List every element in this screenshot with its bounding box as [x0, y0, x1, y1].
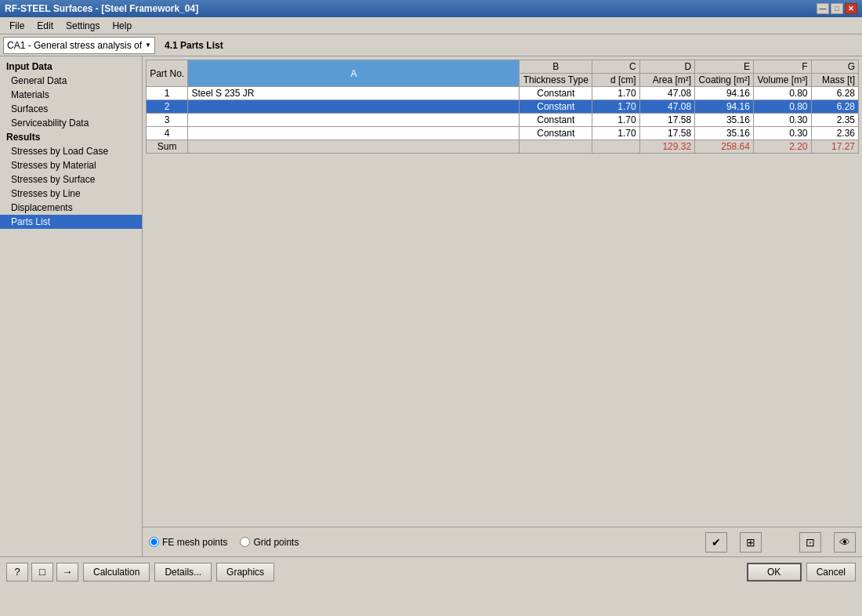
cell-material — [188, 114, 520, 127]
window-controls: — □ ✕ — [817, 3, 857, 14]
graphics-button[interactable]: Graphics — [216, 563, 274, 582]
cell-coating: 35.16 — [695, 114, 754, 127]
cell-d-cm: 1.70 — [592, 114, 639, 127]
maximize-button[interactable]: □ — [831, 3, 843, 14]
grid-points-radio[interactable] — [240, 537, 250, 547]
cell-area: 17.58 — [639, 114, 694, 127]
cell-mass: 6.28 — [811, 87, 858, 100]
sidebar-item-parts-list[interactable]: Parts List — [0, 215, 142, 229]
table-header-row-1: Part No. A B C D — [147, 60, 859, 74]
volume-header: Volume [m³] — [753, 74, 811, 87]
table-row[interactable]: 1 Steel S 235 JR Constant 1.70 47.08 94.… — [147, 87, 859, 100]
col-d-header: D — [639, 60, 694, 74]
sidebar-item-materials[interactable]: Materials — [0, 88, 142, 102]
eye-icon-button[interactable]: 👁 — [834, 532, 856, 553]
col-a-header: A — [188, 60, 520, 87]
cell-mass: 2.36 — [811, 127, 858, 140]
minimize-button[interactable]: — — [817, 3, 829, 14]
sum-label: Sum — [147, 140, 188, 154]
cell-material — [188, 100, 520, 114]
footer: ? □ → Calculation Details... Graphics OK… — [0, 556, 862, 586]
part-no-header: Part No. — [147, 60, 188, 87]
footer-left: ? □ → — [6, 563, 78, 582]
cell-mass: 6.28 — [811, 100, 858, 114]
table-container: Part No. A B C D — [143, 56, 862, 527]
cell-d-cm: 1.70 — [592, 100, 639, 114]
help-button[interactable]: ? — [6, 563, 28, 582]
export-button[interactable]: → — [56, 563, 78, 582]
toolbar: CA1 - General stress analysis of ▼ 4.1 P… — [0, 34, 862, 56]
cell-d-cm: 1.70 — [592, 87, 639, 100]
main-layout: Input Data General Data Materials Surfac… — [0, 56, 862, 556]
col-b-header: B — [520, 60, 592, 74]
col-e-header: E — [695, 60, 754, 74]
cancel-button[interactable]: Cancel — [806, 563, 856, 582]
table-icon-button[interactable]: ⊞ — [740, 532, 762, 553]
export-icon-button[interactable]: ⊡ — [799, 532, 821, 553]
cell-coating: 35.16 — [695, 127, 754, 140]
d-cm-header: d [cm] — [592, 74, 639, 87]
cell-thickness-type: Constant — [520, 114, 592, 127]
cell-part-no: 4 — [147, 127, 188, 140]
cell-mass: 2.35 — [811, 114, 858, 127]
content-area: Part No. A B C D — [143, 56, 862, 556]
sidebar-item-stresses-surface[interactable]: Stresses by Surface — [0, 172, 142, 187]
cell-volume: 0.30 — [753, 114, 811, 127]
sum-area: 129.32 — [639, 140, 694, 154]
sum-empty-b — [520, 140, 592, 154]
cell-part-no: 2 — [147, 100, 188, 114]
cell-volume: 0.80 — [753, 100, 811, 114]
cell-area: 47.08 — [639, 87, 694, 100]
table-row[interactable]: 4 Constant 1.70 17.58 35.16 0.30 2.36 — [147, 127, 859, 140]
sum-volume: 2.20 — [753, 140, 811, 154]
grid-points-label[interactable]: Grid points — [253, 537, 299, 548]
col-c-header: C — [592, 60, 639, 74]
coating-header: Coating [m²] — [695, 74, 754, 87]
results-section: Results — [0, 130, 142, 144]
title-bar: RF-STEEL Surfaces - [Steel Framework_04]… — [0, 0, 862, 17]
cell-material: Steel S 235 JR — [188, 87, 520, 100]
input-data-section: Input Data — [0, 60, 142, 74]
sidebar-item-displacements[interactable]: Displacements — [0, 201, 142, 215]
fe-mesh-label[interactable]: FE mesh points — [162, 537, 227, 548]
sum-empty-a — [188, 140, 520, 154]
table-row[interactable]: 2 Constant 1.70 47.08 94.16 0.80 6.28 — [147, 100, 859, 114]
cell-volume: 0.30 — [753, 127, 811, 140]
sum-row: Sum 129.32 258.64 2.20 17.27 — [147, 140, 859, 154]
sum-empty-c — [592, 140, 639, 154]
menu-settings[interactable]: Settings — [60, 17, 106, 34]
sidebar-item-stresses-line[interactable]: Stresses by Line — [0, 187, 142, 201]
cell-area: 47.08 — [639, 100, 694, 114]
cell-thickness-type: Constant — [520, 127, 592, 140]
ca-dropdown[interactable]: CA1 - General stress analysis of ▼ — [3, 37, 155, 54]
tab-label: 4.1 Parts List — [158, 38, 230, 53]
table-row[interactable]: 3 Constant 1.70 17.58 35.16 0.30 2.35 — [147, 114, 859, 127]
cell-d-cm: 1.70 — [592, 127, 639, 140]
sidebar-item-stresses-material[interactable]: Stresses by Material — [0, 158, 142, 172]
details-button[interactable]: Details... — [154, 563, 212, 582]
save-view-button[interactable]: □ — [31, 563, 53, 582]
thickness-type-header: Thickness Type — [520, 74, 592, 87]
check-icon-button[interactable]: ✔ — [705, 532, 727, 553]
title-text: RF-STEEL Surfaces - [Steel Framework_04] — [5, 3, 198, 14]
cell-coating: 94.16 — [695, 87, 754, 100]
sidebar-item-serviceability[interactable]: Serviceability Data — [0, 116, 142, 130]
cell-part-no: 3 — [147, 114, 188, 127]
sidebar-item-surfaces[interactable]: Surfaces — [0, 102, 142, 116]
ok-button[interactable]: OK — [747, 563, 802, 582]
close-button[interactable]: ✕ — [845, 3, 857, 14]
cell-thickness-type: Constant — [520, 100, 592, 114]
col-f-header: F — [753, 60, 811, 74]
fe-mesh-radio[interactable] — [149, 537, 159, 547]
ca-dropdown-label: CA1 - General stress analysis of — [7, 40, 142, 51]
sidebar-item-general-data[interactable]: General Data — [0, 74, 142, 88]
bottom-bar: FE mesh points Grid points ✔ ⊞ ⊡ 👁 — [143, 527, 862, 556]
menu-bar: File Edit Settings Help — [0, 17, 862, 34]
menu-edit[interactable]: Edit — [31, 17, 60, 34]
menu-file[interactable]: File — [3, 17, 31, 34]
calculation-button[interactable]: Calculation — [83, 563, 150, 582]
menu-help[interactable]: Help — [106, 17, 138, 34]
sum-coating: 258.64 — [695, 140, 754, 154]
sidebar-item-stresses-load-case[interactable]: Stresses by Load Case — [0, 144, 142, 158]
sidebar: Input Data General Data Materials Surfac… — [0, 56, 143, 556]
